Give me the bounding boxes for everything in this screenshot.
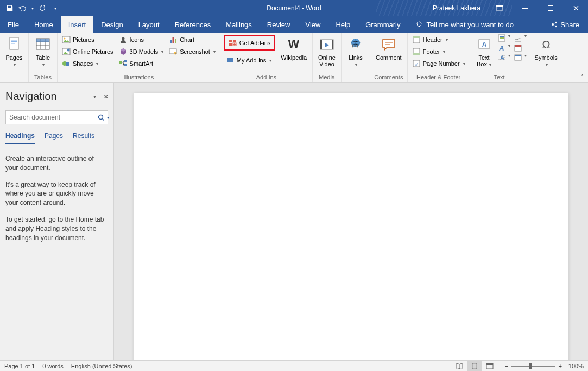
tell-me-search[interactable]: Tell me what you want to do	[415, 16, 513, 33]
text-box-button[interactable]: A Text Box ▾	[472, 34, 496, 70]
tab-help[interactable]: Help	[328, 16, 358, 33]
text-box-icon: A	[476, 36, 493, 53]
svg-point-7	[555, 22, 557, 24]
nav-menu-caret-icon[interactable]: ▾	[93, 93, 96, 99]
nav-tab-results[interactable]: Results	[73, 132, 94, 144]
maximize-icon[interactable]	[538, 0, 562, 16]
share-button[interactable]: Share	[551, 16, 588, 33]
group-label: Add-ins	[223, 73, 310, 82]
window-title: Document4 - Word	[267, 4, 321, 12]
quick-access-toolbar: ▾ ▾	[0, 4, 56, 12]
web-layout-icon[interactable]	[482, 361, 497, 371]
user-name[interactable]: Prateek Lakhera	[427, 4, 486, 12]
wikipedia-icon: W	[285, 36, 302, 53]
header-button[interactable]: Header▾	[410, 34, 467, 46]
icons-button[interactable]: Icons	[117, 34, 166, 46]
smartart-button[interactable]: SmartArt	[117, 58, 166, 70]
nav-search-input[interactable]	[6, 114, 94, 121]
get-addins-highlight: Get Add-ins	[224, 35, 275, 51]
svg-rect-30	[229, 40, 232, 42]
header-icon	[412, 35, 421, 44]
group-label: Tables	[31, 73, 55, 82]
status-words[interactable]: 0 words	[42, 363, 64, 369]
zoom-slider[interactable]	[511, 366, 555, 367]
page-number-icon: #	[412, 59, 421, 68]
zoom-in-icon[interactable]: +	[558, 363, 561, 369]
drop-cap-icon[interactable]: A	[497, 53, 506, 62]
ribbon-group-tables: Table▾ Tables	[29, 33, 58, 82]
ribbon-display-options-icon[interactable]	[487, 0, 511, 16]
tab-design[interactable]: Design	[93, 16, 130, 33]
read-mode-icon[interactable]	[452, 361, 467, 371]
ribbon-group-symbols: Ω Symbols▾ .	[529, 33, 563, 82]
zoom-level[interactable]: 100%	[568, 363, 584, 369]
svg-rect-10	[11, 40, 17, 41]
tab-references[interactable]: References	[167, 16, 218, 33]
svg-point-18	[67, 49, 70, 52]
my-addins-button[interactable]: My Add-ins ▾	[224, 54, 275, 66]
print-layout-icon[interactable]	[467, 361, 482, 371]
tab-insert[interactable]: Insert	[61, 16, 94, 33]
nav-para: To get started, go to the Home tab and a…	[5, 215, 108, 242]
store-icon	[229, 39, 237, 47]
shapes-button[interactable]: Shapes▾	[60, 58, 116, 70]
collapse-ribbon-icon[interactable]: ˄	[581, 74, 584, 80]
document-canvas[interactable]	[114, 83, 588, 360]
symbols-button[interactable]: Ω Symbols▾	[532, 34, 561, 70]
quick-parts-icon[interactable]	[497, 34, 506, 42]
online-pictures-button[interactable]: Online Pictures	[60, 46, 116, 58]
status-page[interactable]: Page 1 of 1	[4, 363, 35, 369]
page-number-button[interactable]: # Page Number▾	[410, 58, 467, 70]
pictures-button[interactable]: Pictures	[60, 34, 116, 46]
close-icon[interactable]	[564, 0, 588, 16]
chart-button[interactable]: Chart	[167, 34, 218, 46]
nav-tab-pages[interactable]: Pages	[45, 132, 63, 144]
nav-para: Create an interactive outline of your do…	[5, 154, 108, 173]
tab-review[interactable]: Review	[260, 16, 298, 33]
date-time-icon[interactable]	[514, 43, 522, 52]
qat-customize-icon[interactable]: ▾	[54, 6, 56, 11]
nav-para: It's a great way to keep track of where …	[5, 180, 108, 207]
view-buttons	[452, 361, 497, 371]
svg-rect-26	[173, 37, 174, 43]
tab-view[interactable]: View	[298, 16, 328, 33]
svg-rect-12	[11, 43, 15, 44]
svg-rect-3	[548, 6, 553, 11]
links-button[interactable]: Links▾	[344, 34, 368, 70]
object-icon[interactable]	[514, 53, 522, 62]
tab-mailings[interactable]: Mailings	[218, 16, 260, 33]
tab-home[interactable]: Home	[27, 16, 61, 33]
navigation-pane: Navigation ▾ × ▾ Headings Pages Results …	[0, 83, 114, 360]
tab-grammarly[interactable]: Grammarly	[358, 16, 408, 33]
zoom-out-icon[interactable]: −	[505, 363, 508, 369]
comment-button[interactable]: Comment	[372, 34, 405, 63]
pages-button[interactable]: Pages▾	[2, 34, 26, 70]
screenshot-button[interactable]: Screenshot▾	[167, 46, 218, 58]
tab-file[interactable]: File	[0, 16, 27, 33]
footer-button[interactable]: Footer▾	[410, 46, 467, 58]
ribbon-group-pages: Pages▾ .	[0, 33, 29, 82]
signature-line-icon[interactable]	[514, 34, 522, 42]
nav-tab-headings[interactable]: Headings	[5, 132, 35, 144]
online-video-button[interactable]: Online Video	[315, 34, 339, 70]
minimize-icon[interactable]	[513, 0, 537, 16]
document-page[interactable]	[134, 93, 568, 360]
table-button[interactable]: Table▾	[31, 34, 55, 70]
get-addins-button[interactable]: Get Add-ins	[225, 36, 274, 49]
ribbon-group-comments: Comment Comments	[370, 33, 408, 82]
tab-layout[interactable]: Layout	[131, 16, 167, 33]
status-language[interactable]: English (United States)	[71, 363, 132, 369]
group-label: Media	[315, 73, 339, 82]
wikipedia-button[interactable]: W Wikipedia	[277, 34, 310, 63]
status-bar: Page 1 of 1 0 words English (United Stat…	[0, 360, 588, 371]
wordart-icon[interactable]: A	[497, 43, 506, 52]
undo-icon[interactable]	[18, 4, 27, 12]
redo-icon[interactable]	[38, 4, 47, 12]
undo-dropdown-icon[interactable]: ▾	[31, 6, 34, 11]
save-icon[interactable]	[5, 4, 14, 12]
comment-icon	[380, 36, 397, 53]
nav-search[interactable]: ▾	[5, 110, 108, 124]
nav-search-button[interactable]: ▾	[94, 111, 112, 124]
3d-models-button[interactable]: 3D Models ▾	[117, 46, 166, 58]
nav-close-icon[interactable]: ×	[104, 92, 108, 100]
